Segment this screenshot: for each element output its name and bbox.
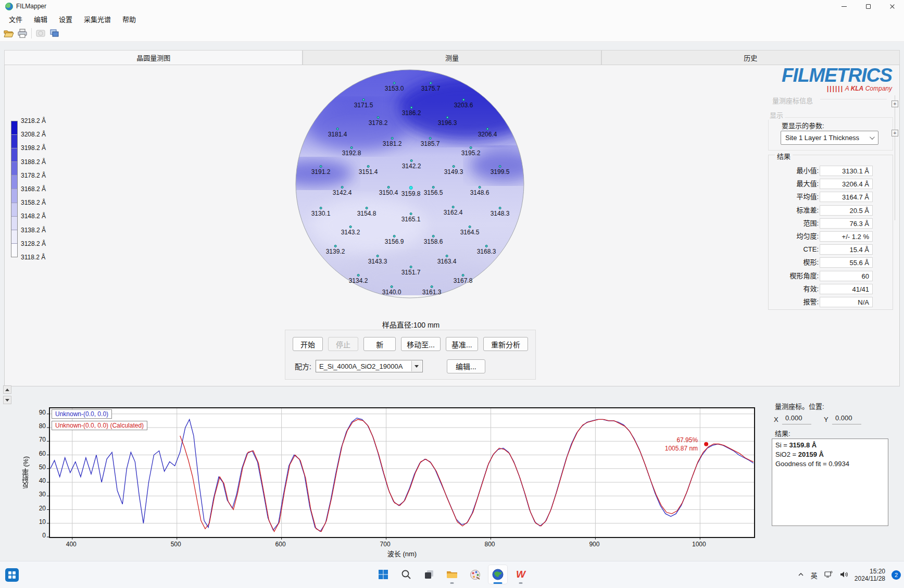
wafer-site-3163.4[interactable]: 3163.4 <box>437 255 457 265</box>
collapse-up-button[interactable] <box>3 385 11 394</box>
wafer-site-3156.9[interactable]: 3156.9 <box>385 235 404 245</box>
wafer-site-3142.2[interactable]: 3142.2 <box>402 159 421 170</box>
wafer-site-3150.4[interactable]: 3150.4 <box>379 186 398 196</box>
wafer-site-3134.2[interactable]: 3134.2 <box>349 274 368 284</box>
tab-2[interactable]: 历史 <box>601 50 900 65</box>
x-coord-field[interactable]: 0.000 <box>782 414 811 424</box>
wafer-site-3142.4[interactable]: 3142.4 <box>333 186 352 196</box>
notification-badge[interactable]: 2 <box>892 570 901 580</box>
pin-bottom-icon[interactable]: + <box>892 130 898 136</box>
menu-item-0[interactable]: 文件 <box>3 12 28 26</box>
wafer-site-3178.2[interactable]: 3178.2 <box>369 116 388 127</box>
print-icon[interactable] <box>16 27 29 40</box>
result-value: 76.3 Å <box>820 218 873 229</box>
wafer-site-3162.4[interactable]: 3162.4 <box>444 206 463 216</box>
wafer-site-3181.4[interactable]: 3181.4 <box>328 128 347 138</box>
taskbar-wps-icon[interactable]: W <box>511 565 531 584</box>
tray-network-icon[interactable] <box>824 570 833 580</box>
wafer-site-3199.5[interactable]: 3199.5 <box>491 165 510 176</box>
tab-1[interactable]: 测量 <box>303 50 601 65</box>
tray-volume-icon[interactable] <box>839 570 848 580</box>
wafer-site-3185.7[interactable]: 3185.7 <box>421 137 440 147</box>
wafer-site-3159.8[interactable]: 3159.8 <box>401 186 421 197</box>
wafer-site-3148.6[interactable]: 3148.6 <box>470 186 489 196</box>
menu-item-2[interactable]: 设置 <box>53 12 78 26</box>
taskbar-filmapper-icon[interactable] <box>488 565 508 584</box>
taskbar-search-icon[interactable] <box>396 565 416 584</box>
taskbar-file-explorer-icon[interactable] <box>442 565 462 584</box>
wafer-site-3168.3[interactable]: 3168.3 <box>477 245 496 255</box>
x-coord-label: X <box>774 416 779 423</box>
site-dot-icon <box>432 186 434 189</box>
wafer-site-3195.2[interactable]: 3195.2 <box>461 146 481 157</box>
taskbar-paint-icon[interactable] <box>465 565 485 584</box>
scale-label: 3158.2 Å <box>21 199 46 206</box>
wafer-site-3149.3[interactable]: 3149.3 <box>444 165 463 176</box>
wafer-site-3186.2[interactable]: 3186.2 <box>402 106 421 117</box>
x-axis-title: 波长 (nm) <box>49 548 755 558</box>
results-groupbox: 结果 最小值:3130.1 Å最大值:3206.4 Å平均值:3164.7 Å标… <box>768 155 893 310</box>
wafer-site-3140.0[interactable]: 3140.0 <box>382 285 401 296</box>
action-button-4[interactable]: 基准... <box>446 337 478 351</box>
wafer-site-3151.7[interactable]: 3151.7 <box>401 266 421 276</box>
y-tick-label: 30 <box>28 491 46 498</box>
recipe-dropdown-arrow-icon[interactable] <box>411 361 422 371</box>
tray-language-indicator[interactable]: 英 <box>811 570 818 580</box>
wafer-site-3139.2[interactable]: 3139.2 <box>326 245 345 255</box>
wafer-site-3154.8[interactable]: 3154.8 <box>357 207 376 217</box>
y-coord-field[interactable]: 0.000 <box>832 414 861 424</box>
taskbar-start-icon[interactable] <box>373 565 393 584</box>
wafer-site-3148.3[interactable]: 3148.3 <box>491 207 510 217</box>
panel-splitter[interactable] <box>895 95 895 220</box>
wafer-site-3143.3[interactable]: 3143.3 <box>368 255 387 265</box>
wafer-site-3196.3[interactable]: 3196.3 <box>438 116 457 127</box>
menu-item-4[interactable]: 帮助 <box>117 12 142 26</box>
wafer-site-3175.7[interactable]: 3175.7 <box>421 82 441 92</box>
maximize-button[interactable] <box>856 0 880 12</box>
results-group-title: 结果 <box>775 151 793 161</box>
app-globe-icon <box>5 3 13 10</box>
copy-screen-icon[interactable] <box>48 27 60 40</box>
action-button-0[interactable]: 开始 <box>293 337 323 351</box>
wafer-site-3203.6[interactable]: 3203.6 <box>454 98 473 109</box>
action-button-2[interactable]: 新 <box>363 337 396 351</box>
action-button-5[interactable]: 重新分析 <box>483 337 528 351</box>
wafer-site-3156.5[interactable]: 3156.5 <box>424 186 443 196</box>
tab-0[interactable]: 晶圆量测图 <box>4 50 303 65</box>
wafer-site-3143.2[interactable]: 3143.2 <box>341 226 360 236</box>
wafer-site-3165.1[interactable]: 3165.1 <box>401 212 421 223</box>
wafer-site-3191.2[interactable]: 3191.2 <box>311 165 331 176</box>
wafer-site-3171.5[interactable]: 3171.5 <box>354 98 373 109</box>
close-button[interactable] <box>880 0 904 12</box>
wafer-site-3161.3[interactable]: 3161.3 <box>422 285 442 296</box>
parameter-combobox[interactable]: Site 1 Layer 1 Thickness <box>781 131 878 145</box>
wafer-site-3167.8[interactable]: 3167.8 <box>454 274 473 284</box>
wafer-site-3164.5[interactable]: 3164.5 <box>460 226 480 236</box>
taskbar-task-view-icon[interactable] <box>419 565 439 584</box>
wafer-site-3181.2[interactable]: 3181.2 <box>383 137 402 147</box>
site-dot-icon <box>319 165 322 168</box>
site-dot-icon <box>409 212 412 215</box>
wafer-site-3158.6[interactable]: 3158.6 <box>424 235 443 245</box>
result-label: 平均值: <box>767 192 819 202</box>
edit-recipe-button[interactable]: 编辑... <box>447 359 485 373</box>
wafer-site-3130.1[interactable]: 3130.1 <box>311 207 331 217</box>
action-button-3[interactable]: 移动至... <box>401 337 441 351</box>
action-button-1[interactable]: 停止 <box>328 337 358 351</box>
wafer-site-3206.4[interactable]: 3206.4 <box>478 128 497 138</box>
open-file-icon[interactable] <box>3 27 15 40</box>
site-dot-icon <box>452 165 455 168</box>
minimize-button[interactable] <box>832 0 856 12</box>
acquire-disabled-icon[interactable] <box>34 27 47 40</box>
menu-item-3[interactable]: 采集光谱 <box>78 12 117 26</box>
wafer-site-3151.4[interactable]: 3151.4 <box>359 165 378 176</box>
tray-clock[interactable]: 15:20 2024/11/28 <box>855 568 885 582</box>
tray-chevron-up-icon[interactable] <box>797 571 805 580</box>
y-tick-label: 90 <box>28 409 46 416</box>
wafer-site-3153.0[interactable]: 3153.0 <box>385 82 404 92</box>
menu-item-1[interactable]: 编辑 <box>28 12 53 26</box>
recipe-combobox[interactable]: E_Si_4000A_SiO2_19000A <box>316 360 423 372</box>
pin-top-icon[interactable]: + <box>892 101 898 107</box>
desktop-corner-icon[interactable] <box>5 568 19 582</box>
wafer-site-3192.8[interactable]: 3192.8 <box>342 146 361 157</box>
